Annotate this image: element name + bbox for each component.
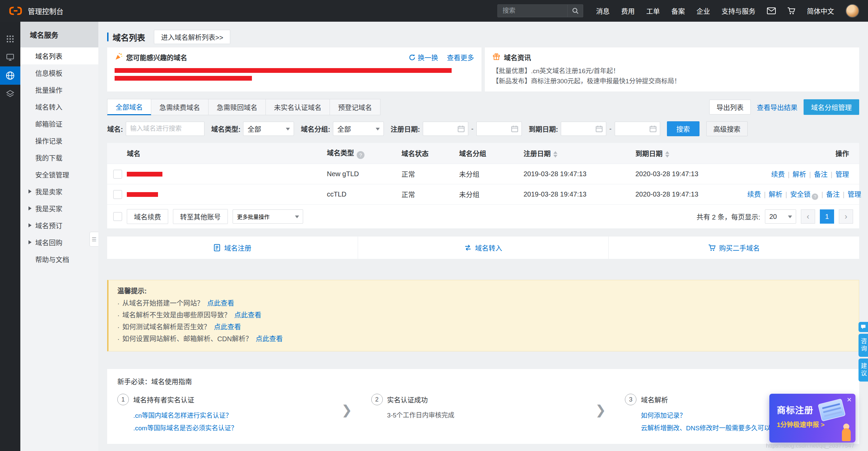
language-selector[interactable]: 简体中文 (807, 6, 834, 16)
refresh-link[interactable]: 换一换 (409, 53, 438, 62)
prev-page-button[interactable]: ‹ (801, 209, 815, 224)
row-checkbox[interactable] (113, 170, 122, 179)
suggest-tab[interactable]: 建议 (859, 358, 868, 382)
sidebar-item-batch-ops[interactable]: 批量操作 (20, 81, 98, 98)
interest-title: 您可能感兴趣的域名 (126, 53, 187, 62)
alibaba-cloud-logo[interactable] (9, 6, 22, 15)
next-page-button[interactable]: › (839, 209, 853, 224)
sidebar-item-buyback[interactable]: 域名回购 (20, 234, 98, 251)
sidebar-item-security-lock[interactable]: 安全锁管理 (20, 166, 98, 183)
reg-date-start-input[interactable] (423, 122, 468, 136)
news-item[interactable]: 【批量优惠】.cn英文域名注册16元/首年起！ (492, 66, 852, 76)
nav-messages[interactable]: 消息 (596, 6, 610, 16)
nav-support[interactable]: 支持与服务 (722, 6, 755, 16)
exp-date-start-input[interactable] (561, 122, 606, 136)
sidebar-item-domain-list[interactable]: 域名列表 (20, 47, 98, 64)
layers-icon[interactable] (0, 85, 20, 103)
domain-globe-icon[interactable] (0, 66, 20, 85)
reg-date-end-input[interactable] (476, 122, 522, 136)
consult-tab[interactable]: 咨询 (859, 334, 868, 357)
news-panel: 域名资讯 【批量优惠】.cn英文域名注册16元/首年起！ 【新品发布】商标注册3… (485, 47, 859, 91)
console-monitor-icon[interactable] (0, 48, 20, 66)
exp-date-end-input[interactable] (615, 122, 660, 136)
type-select[interactable]: 全部 (243, 122, 294, 136)
chat-icon[interactable] (859, 322, 868, 332)
search-button[interactable]: 搜索 (667, 121, 699, 136)
sidebar-collapse-handle[interactable]: ☰ (90, 232, 98, 247)
tab-preregistered[interactable]: 预登记域名 (330, 99, 380, 115)
tip-link[interactable]: 点此查看 (214, 323, 241, 331)
sidebar-item-transfer-in[interactable]: 域名转入 (20, 98, 98, 115)
sort-icon[interactable] (665, 151, 669, 158)
renew-action[interactable]: 续费 (747, 191, 761, 198)
security-lock-action[interactable]: 安全锁 (790, 191, 810, 198)
close-icon[interactable]: ✕ (847, 396, 852, 404)
avatar[interactable] (846, 4, 859, 18)
resolve-action[interactable]: 解析 (793, 171, 806, 178)
tab-renew-urgent[interactable]: 急需续费域名 (151, 99, 209, 115)
step-title: 实名认证成功 (387, 395, 428, 405)
search-icon[interactable] (567, 5, 583, 17)
topbar-search-input[interactable] (498, 5, 567, 17)
select-all-checkbox[interactable] (113, 212, 122, 221)
quicklink-buy-secondhand[interactable]: 购买二手域名 (608, 237, 859, 259)
guide-step-1: 1 域名持有者实名认证 .cn等国内域名怎样进行实名认证？ .com等国际域名是… (117, 394, 341, 434)
group-select[interactable]: 全部 (333, 122, 384, 136)
news-item[interactable]: 【新品发布】商标注册300元起，极速申报最快1分钟提交商标局！ (492, 76, 852, 86)
nav-tickets[interactable]: 工单 (646, 6, 660, 16)
tip-link[interactable]: 点此查看 (256, 335, 283, 343)
sidebar: 域名服务 域名列表 信息模板 批量操作 域名转入 邮箱验证 操作记录 我的下载 … (20, 22, 98, 451)
tab-unverified[interactable]: 未实名认证域名 (266, 99, 330, 115)
more-batch-ops-select[interactable]: 更多批量操作 (233, 209, 303, 224)
guide-link[interactable]: .cn等国内域名怎样进行实名认证？ (133, 409, 341, 422)
tips-title: 温馨提示: (117, 286, 850, 295)
manage-action[interactable]: 管理 (848, 191, 861, 198)
group-manage-button[interactable]: 域名分组管理 (804, 99, 859, 115)
tip-link[interactable]: 点此查看 (207, 300, 234, 307)
page-size-select[interactable]: 20 (765, 209, 796, 224)
guide-link[interactable]: .com等国际域名是否必须实名认证？ (133, 422, 341, 434)
current-page[interactable]: 1 (820, 209, 834, 224)
manage-action[interactable]: 管理 (835, 171, 849, 178)
mail-icon[interactable] (767, 7, 776, 14)
tab-redeem-urgent[interactable]: 急需赎回域名 (209, 99, 266, 115)
tip-link[interactable]: 点此查看 (234, 311, 261, 319)
sidebar-item-buyer[interactable]: 我是买家 (20, 200, 98, 217)
sidebar-item-info-template[interactable]: 信息模板 (20, 64, 98, 81)
batch-transfer-button[interactable]: 转至其他账号 (173, 209, 228, 224)
row-checkbox[interactable] (113, 190, 122, 199)
view-more-link[interactable]: 查看更多 (447, 53, 474, 62)
sort-icon[interactable] (553, 151, 557, 158)
sidebar-item-seller[interactable]: 我是卖家 (20, 183, 98, 200)
sidebar-item-email-verify[interactable]: 邮箱验证 (20, 115, 98, 132)
help-icon[interactable]: ? (812, 193, 818, 200)
sidebar-item-help-docs[interactable]: 帮助与文档 (20, 251, 98, 268)
nav-enterprise[interactable]: 企业 (696, 6, 710, 16)
confetti-icon (115, 53, 123, 62)
quicklink-register[interactable]: 域名注册 (107, 237, 358, 259)
sidebar-item-reserve[interactable]: 域名预订 (20, 217, 98, 234)
remark-action[interactable]: 备注 (826, 191, 840, 198)
quicklink-transfer-in[interactable]: 域名转入 (358, 237, 609, 259)
sidebar-item-downloads[interactable]: 我的下载 (20, 149, 98, 166)
cart-icon[interactable] (787, 7, 795, 15)
domain-search-input[interactable] (126, 122, 204, 136)
trademark-promo-popup[interactable]: ✕ 商标注册 1分钟极速申报 > (769, 394, 855, 443)
nav-billing[interactable]: 费用 (621, 6, 635, 16)
export-list-button[interactable]: 导出列表 (709, 100, 751, 115)
sidebar-item-op-records[interactable]: 操作记录 (20, 132, 98, 149)
dns-list-button[interactable]: 进入域名解析列表>> (154, 30, 230, 44)
col-status: 域名状态 (401, 150, 429, 158)
apps-grid-icon[interactable] (0, 30, 20, 48)
advanced-search-button[interactable]: 高级搜索 (706, 121, 748, 136)
topbar-search[interactable] (497, 4, 583, 17)
batch-renew-button[interactable]: 域名续费 (127, 209, 168, 224)
view-export-result-link[interactable]: 查看导出结果 (757, 102, 797, 112)
help-icon[interactable]: ? (357, 151, 364, 159)
remark-action[interactable]: 备注 (814, 171, 828, 178)
tab-all-domains[interactable]: 全部域名 (107, 99, 151, 115)
nav-icp[interactable]: 备案 (671, 6, 685, 16)
renew-action[interactable]: 续费 (771, 171, 785, 178)
resolve-action[interactable]: 解析 (769, 191, 782, 198)
console-title[interactable]: 管理控制台 (28, 6, 63, 16)
